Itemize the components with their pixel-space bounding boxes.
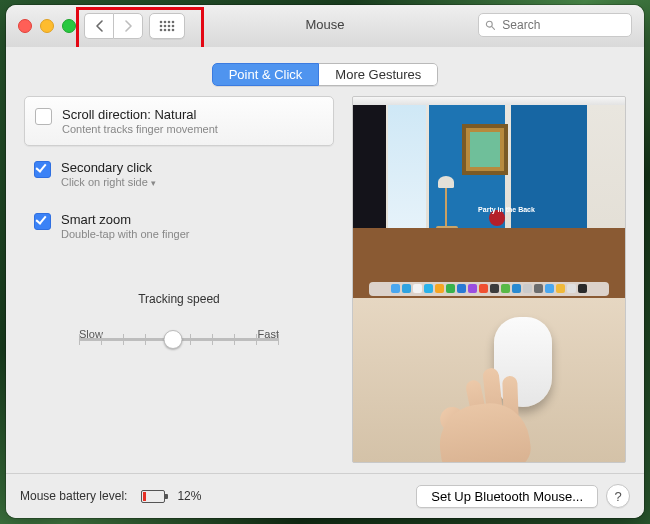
checkbox-smart-zoom[interactable] [34,213,51,230]
search-input[interactable] [500,17,625,33]
option-smart-zoom[interactable]: Smart zoom Double-tap with one finger [24,202,334,250]
tracking-speed-group: Tracking speed Slow Fast [24,292,334,350]
tab-point-and-click[interactable]: Point & Click [212,63,320,86]
mouse-preferences-window: Mouse Point & Click More Gestures Scroll… [6,5,644,518]
help-button[interactable]: ? [606,484,630,508]
battery-percent: 12% [177,489,201,503]
tracking-speed-label: Tracking speed [24,292,334,306]
options-column: Scroll direction: Natural Content tracks… [24,96,334,463]
tab-bar: Point & Click More Gestures [6,47,644,96]
window-footer: Mouse battery level: 12% Set Up Bluetoot… [6,473,644,518]
option-scroll-direction[interactable]: Scroll direction: Natural Content tracks… [24,96,334,146]
window-body: Point & Click More Gestures Scroll direc… [6,47,644,474]
checkbox-secondary-click[interactable] [34,161,51,178]
option-secondary-click[interactable]: Secondary click Click on right side▾ [24,150,334,198]
svg-line-13 [492,27,495,30]
preview-column: Party in the Back [352,96,626,463]
slider-knob[interactable] [164,330,183,349]
chevron-down-icon: ▾ [151,178,156,188]
search-icon [485,19,495,31]
checkbox-scroll-direction[interactable] [35,108,52,125]
preview-dock [369,282,608,296]
tab-more-gestures[interactable]: More Gestures [319,63,438,86]
option-title: Secondary click [61,160,156,175]
content-area: Scroll direction: Natural Content tracks… [6,96,644,463]
option-subtitle[interactable]: Click on right side▾ [61,176,156,188]
setup-bluetooth-mouse-button[interactable]: Set Up Bluetooth Mouse... [416,485,598,508]
battery-icon [141,490,165,503]
preview-caption: Party in the Back [478,206,535,213]
option-title: Scroll direction: Natural [62,107,218,122]
gesture-preview-video: Party in the Back [352,96,626,463]
battery-label: Mouse battery level: [20,489,127,503]
option-subtitle: Double-tap with one finger [61,228,189,240]
svg-point-12 [486,21,492,27]
preview-hand-area [353,298,625,462]
preview-hand [429,377,539,463]
tracking-speed-slider[interactable]: Slow Fast [79,328,279,350]
window-titlebar: Mouse [6,5,644,48]
preview-desktop: Party in the Back [353,97,625,298]
option-title: Smart zoom [61,212,189,227]
option-subtitle: Content tracks finger movement [62,123,218,135]
search-field[interactable] [478,13,632,37]
